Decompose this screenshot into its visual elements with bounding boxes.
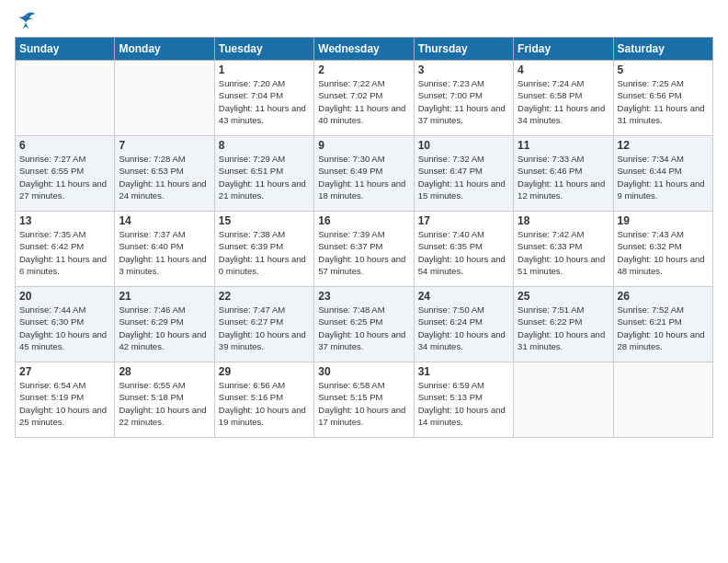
weekday-header-row: SundayMondayTuesdayWednesdayThursdayFrid… [16, 38, 713, 61]
calendar-cell [16, 61, 115, 136]
day-info: Sunrise: 7:52 AM Sunset: 6:21 PM Dayligh… [618, 304, 709, 352]
calendar-cell: 12Sunrise: 7:34 AM Sunset: 6:44 PM Dayli… [613, 136, 712, 212]
day-info: Sunrise: 7:39 AM Sunset: 6:37 PM Dayligh… [318, 228, 409, 277]
day-number: 17 [418, 214, 509, 227]
day-number: 31 [418, 365, 509, 378]
day-info: Sunrise: 7:35 AM Sunset: 6:42 PM Dayligh… [19, 228, 110, 277]
day-info: Sunrise: 7:34 AM Sunset: 6:44 PM Dayligh… [618, 153, 709, 201]
day-number: 30 [318, 365, 409, 378]
calendar-cell: 15Sunrise: 7:38 AM Sunset: 6:39 PM Dayli… [214, 212, 313, 287]
calendar: SundayMondayTuesdayWednesdayThursdayFrid… [15, 37, 713, 438]
day-info: Sunrise: 7:44 AM Sunset: 6:30 PM Dayligh… [19, 304, 110, 352]
calendar-week-row: 27Sunrise: 6:54 AM Sunset: 5:19 PM Dayli… [16, 362, 713, 438]
day-number: 5 [618, 63, 709, 76]
calendar-cell: 21Sunrise: 7:46 AM Sunset: 6:29 PM Dayli… [115, 287, 214, 362]
day-number: 12 [618, 139, 709, 152]
weekday-header: Sunday [16, 38, 115, 61]
calendar-cell: 9Sunrise: 7:30 AM Sunset: 6:49 PM Daylig… [314, 136, 414, 212]
day-number: 16 [318, 214, 409, 227]
calendar-cell: 25Sunrise: 7:51 AM Sunset: 6:22 PM Dayli… [514, 287, 613, 362]
calendar-cell: 29Sunrise: 6:56 AM Sunset: 5:16 PM Dayli… [214, 362, 313, 438]
day-info: Sunrise: 7:23 AM Sunset: 7:00 PM Dayligh… [418, 77, 509, 126]
calendar-week-row: 1Sunrise: 7:20 AM Sunset: 7:04 PM Daylig… [16, 61, 713, 136]
day-info: Sunrise: 7:50 AM Sunset: 6:24 PM Dayligh… [418, 304, 509, 352]
calendar-cell: 6Sunrise: 7:27 AM Sunset: 6:55 PM Daylig… [16, 136, 115, 212]
calendar-cell: 19Sunrise: 7:43 AM Sunset: 6:32 PM Dayli… [613, 212, 712, 287]
day-info: Sunrise: 7:42 AM Sunset: 6:33 PM Dayligh… [518, 228, 609, 277]
calendar-week-row: 20Sunrise: 7:44 AM Sunset: 6:30 PM Dayli… [16, 287, 713, 362]
day-info: Sunrise: 7:30 AM Sunset: 6:49 PM Dayligh… [318, 153, 409, 201]
calendar-cell: 23Sunrise: 7:48 AM Sunset: 6:25 PM Dayli… [314, 287, 414, 362]
day-info: Sunrise: 7:22 AM Sunset: 7:02 PM Dayligh… [318, 77, 409, 126]
day-number: 3 [418, 63, 509, 76]
calendar-cell: 10Sunrise: 7:32 AM Sunset: 6:47 PM Dayli… [414, 136, 513, 212]
calendar-cell: 31Sunrise: 6:59 AM Sunset: 5:13 PM Dayli… [414, 362, 513, 438]
calendar-cell [613, 362, 712, 438]
day-info: Sunrise: 6:54 AM Sunset: 5:19 PM Dayligh… [19, 379, 110, 428]
calendar-cell: 28Sunrise: 6:55 AM Sunset: 5:18 PM Dayli… [115, 362, 214, 438]
calendar-cell: 27Sunrise: 6:54 AM Sunset: 5:19 PM Dayli… [16, 362, 115, 438]
day-info: Sunrise: 6:56 AM Sunset: 5:16 PM Dayligh… [219, 379, 310, 428]
day-info: Sunrise: 7:37 AM Sunset: 6:40 PM Dayligh… [119, 228, 210, 277]
day-number: 2 [318, 63, 409, 76]
day-info: Sunrise: 7:29 AM Sunset: 6:51 PM Dayligh… [219, 153, 310, 201]
calendar-cell: 4Sunrise: 7:24 AM Sunset: 6:58 PM Daylig… [514, 61, 613, 136]
day-info: Sunrise: 7:48 AM Sunset: 6:25 PM Dayligh… [318, 304, 409, 352]
day-number: 11 [518, 139, 609, 152]
day-info: Sunrise: 7:24 AM Sunset: 6:58 PM Dayligh… [518, 77, 609, 126]
weekday-header: Thursday [414, 38, 513, 61]
day-info: Sunrise: 7:43 AM Sunset: 6:32 PM Dayligh… [618, 228, 709, 277]
day-info: Sunrise: 7:25 AM Sunset: 6:56 PM Dayligh… [618, 77, 709, 126]
day-number: 20 [19, 290, 110, 303]
day-number: 28 [119, 365, 210, 378]
calendar-cell: 26Sunrise: 7:52 AM Sunset: 6:21 PM Dayli… [613, 287, 712, 362]
calendar-cell: 20Sunrise: 7:44 AM Sunset: 6:30 PM Dayli… [16, 287, 115, 362]
weekday-header: Saturday [613, 38, 712, 61]
day-info: Sunrise: 6:55 AM Sunset: 5:18 PM Dayligh… [119, 379, 210, 428]
calendar-week-row: 6Sunrise: 7:27 AM Sunset: 6:55 PM Daylig… [16, 136, 713, 212]
day-info: Sunrise: 7:46 AM Sunset: 6:29 PM Dayligh… [119, 304, 210, 352]
day-number: 14 [119, 214, 210, 227]
day-number: 15 [219, 214, 310, 227]
day-number: 7 [119, 139, 210, 152]
day-info: Sunrise: 7:27 AM Sunset: 6:55 PM Dayligh… [19, 153, 110, 201]
calendar-cell: 2Sunrise: 7:22 AM Sunset: 7:02 PM Daylig… [314, 61, 414, 136]
day-number: 13 [19, 214, 110, 227]
weekday-header: Tuesday [214, 38, 313, 61]
calendar-cell: 30Sunrise: 6:58 AM Sunset: 5:15 PM Dayli… [314, 362, 414, 438]
day-info: Sunrise: 6:59 AM Sunset: 5:13 PM Dayligh… [418, 379, 509, 428]
day-info: Sunrise: 7:32 AM Sunset: 6:47 PM Dayligh… [418, 153, 509, 201]
day-number: 22 [219, 290, 310, 303]
calendar-cell [514, 362, 613, 438]
weekday-header: Monday [115, 38, 214, 61]
calendar-cell: 8Sunrise: 7:29 AM Sunset: 6:51 PM Daylig… [214, 136, 313, 212]
day-number: 4 [518, 63, 609, 76]
calendar-cell: 17Sunrise: 7:40 AM Sunset: 6:35 PM Dayli… [414, 212, 513, 287]
day-number: 26 [618, 290, 709, 303]
calendar-cell: 18Sunrise: 7:42 AM Sunset: 6:33 PM Dayli… [514, 212, 613, 287]
day-info: Sunrise: 7:47 AM Sunset: 6:27 PM Dayligh… [219, 304, 310, 352]
day-number: 29 [219, 365, 310, 378]
day-number: 18 [518, 214, 609, 227]
calendar-cell: 22Sunrise: 7:47 AM Sunset: 6:27 PM Dayli… [214, 287, 313, 362]
weekday-header: Friday [514, 38, 613, 61]
day-info: Sunrise: 7:40 AM Sunset: 6:35 PM Dayligh… [418, 228, 509, 277]
day-info: Sunrise: 7:33 AM Sunset: 6:46 PM Dayligh… [518, 153, 609, 201]
day-info: Sunrise: 7:20 AM Sunset: 7:04 PM Dayligh… [219, 77, 310, 126]
calendar-cell: 24Sunrise: 7:50 AM Sunset: 6:24 PM Dayli… [414, 287, 513, 362]
day-info: Sunrise: 7:38 AM Sunset: 6:39 PM Dayligh… [219, 228, 310, 277]
logo-bird-icon [15, 11, 37, 29]
calendar-week-row: 13Sunrise: 7:35 AM Sunset: 6:42 PM Dayli… [16, 212, 713, 287]
calendar-cell [115, 61, 214, 136]
day-number: 6 [19, 139, 110, 152]
logo [15, 11, 39, 29]
page: SundayMondayTuesdayWednesdayThursdayFrid… [0, 0, 728, 563]
day-number: 9 [318, 139, 409, 152]
calendar-cell: 7Sunrise: 7:28 AM Sunset: 6:53 PM Daylig… [115, 136, 214, 212]
day-number: 27 [19, 365, 110, 378]
calendar-cell: 5Sunrise: 7:25 AM Sunset: 6:56 PM Daylig… [613, 61, 712, 136]
day-number: 1 [219, 63, 310, 76]
weekday-header: Wednesday [314, 38, 414, 61]
header [15, 11, 713, 29]
calendar-cell: 16Sunrise: 7:39 AM Sunset: 6:37 PM Dayli… [314, 212, 414, 287]
